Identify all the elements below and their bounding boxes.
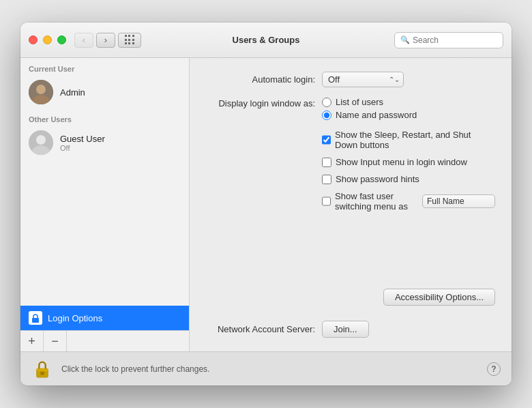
list-of-users-radio[interactable] xyxy=(322,98,331,107)
accessibility-btn-wrap: Accessibility Options... xyxy=(206,282,495,306)
login-options-item[interactable]: Login Options xyxy=(20,306,189,330)
svg-point-4 xyxy=(36,135,46,145)
guest-user-info: Guest User Off xyxy=(60,134,105,152)
sleep-checkbox[interactable] xyxy=(322,135,331,145)
titlebar: ‹ › Users & Groups 🔍 xyxy=(20,23,512,58)
content-area: Current User Admin Other Users xyxy=(20,58,512,351)
remove-user-button[interactable]: − xyxy=(44,331,67,351)
main-panel: Automatic login: Off ⌃⌄ Display login wi… xyxy=(190,58,512,351)
fast-switching-label: Show fast user switching menu as xyxy=(335,191,415,212)
network-account-label: Network Account Server: xyxy=(206,324,315,334)
login-options-label: Login Options xyxy=(48,313,102,323)
join-button[interactable]: Join... xyxy=(322,321,369,338)
automatic-login-select-wrap: Off ⌃⌄ xyxy=(322,72,404,87)
sidebar-actions: + − xyxy=(20,330,189,351)
fast-switching-select-wrap: Full Name Account Name Icon xyxy=(419,194,495,208)
forward-button[interactable]: › xyxy=(96,33,115,48)
name-password-label: Name and password xyxy=(336,110,417,120)
window-title: Users & Groups xyxy=(233,35,300,45)
other-users-label: Other Users xyxy=(20,108,189,126)
guest-user-item[interactable]: Guest User Off xyxy=(20,126,189,159)
accessibility-button[interactable]: Accessibility Options... xyxy=(383,289,495,306)
display-login-row: Display login window as: List of users N… xyxy=(206,97,495,120)
display-login-label: Display login window as: xyxy=(206,97,315,108)
grid-view-button[interactable] xyxy=(118,33,141,48)
password-hints-checkbox[interactable] xyxy=(322,175,331,184)
lock-button[interactable] xyxy=(31,357,53,381)
password-hints-checkbox-row[interactable]: Show password hints xyxy=(322,174,495,184)
lock-icon xyxy=(33,358,52,380)
input-menu-checkbox[interactable] xyxy=(322,158,331,167)
nav-buttons: ‹ › xyxy=(74,33,115,48)
lock-text: Click the lock to prevent further change… xyxy=(61,364,479,374)
input-menu-checkbox-row[interactable]: Show Input menu in login window xyxy=(322,157,495,167)
add-user-button[interactable]: + xyxy=(20,331,44,351)
automatic-login-row: Automatic login: Off ⌃⌄ xyxy=(206,72,495,87)
fast-switching-row: Show fast user switching menu as Full Na… xyxy=(322,191,495,212)
maximize-button[interactable] xyxy=(57,35,66,44)
network-account-row: Network Account Server: Join... xyxy=(206,321,495,338)
traffic-lights xyxy=(29,35,66,44)
guest-avatar xyxy=(29,130,53,155)
guest-name: Guest User xyxy=(60,134,105,144)
close-button[interactable] xyxy=(29,35,38,44)
automatic-login-label: Automatic login: xyxy=(206,74,315,85)
sleep-label: Show the Sleep, Restart, and Shut Down b… xyxy=(335,130,495,150)
display-login-options: List of users Name and password xyxy=(322,97,417,120)
sleep-checkbox-row[interactable]: Show the Sleep, Restart, and Shut Down b… xyxy=(322,130,495,150)
main-window: ‹ › Users & Groups 🔍 Current User xyxy=(20,23,512,385)
fast-switching-checkbox[interactable] xyxy=(322,196,331,206)
automatic-login-select[interactable]: Off xyxy=(322,72,404,87)
admin-name: Admin xyxy=(60,87,85,98)
checkboxes-group: Show the Sleep, Restart, and Shut Down b… xyxy=(206,130,495,212)
fast-switching-select[interactable]: Full Name Account Name Icon xyxy=(422,194,495,208)
search-input[interactable] xyxy=(413,35,497,45)
current-user-label: Current User xyxy=(20,58,189,76)
list-of-users-label: List of users xyxy=(336,97,383,107)
input-menu-label: Show Input menu in login window xyxy=(336,157,467,167)
help-button[interactable]: ? xyxy=(487,362,501,376)
login-options-icon xyxy=(29,311,42,325)
minimize-button[interactable] xyxy=(43,35,52,44)
svg-point-1 xyxy=(36,85,46,94)
svg-rect-6 xyxy=(32,318,39,323)
name-password-radio[interactable] xyxy=(322,111,331,120)
svg-rect-9 xyxy=(37,368,48,371)
list-of-users-radio-row[interactable]: List of users xyxy=(322,97,417,107)
back-button[interactable]: ‹ xyxy=(74,33,93,48)
password-hints-label: Show password hints xyxy=(336,174,419,184)
search-box[interactable]: 🔍 xyxy=(394,32,503,48)
admin-user-item[interactable]: Admin xyxy=(20,76,189,108)
grid-icon xyxy=(125,35,135,45)
svg-rect-8 xyxy=(40,371,44,375)
guest-role: Off xyxy=(60,144,105,152)
footer: Click the lock to prevent further change… xyxy=(20,351,512,385)
admin-user-info: Admin xyxy=(60,87,85,98)
sidebar: Current User Admin Other Users xyxy=(20,58,190,351)
name-password-radio-row[interactable]: Name and password xyxy=(322,110,417,120)
admin-avatar xyxy=(29,80,53,104)
search-icon: 🔍 xyxy=(400,35,410,44)
